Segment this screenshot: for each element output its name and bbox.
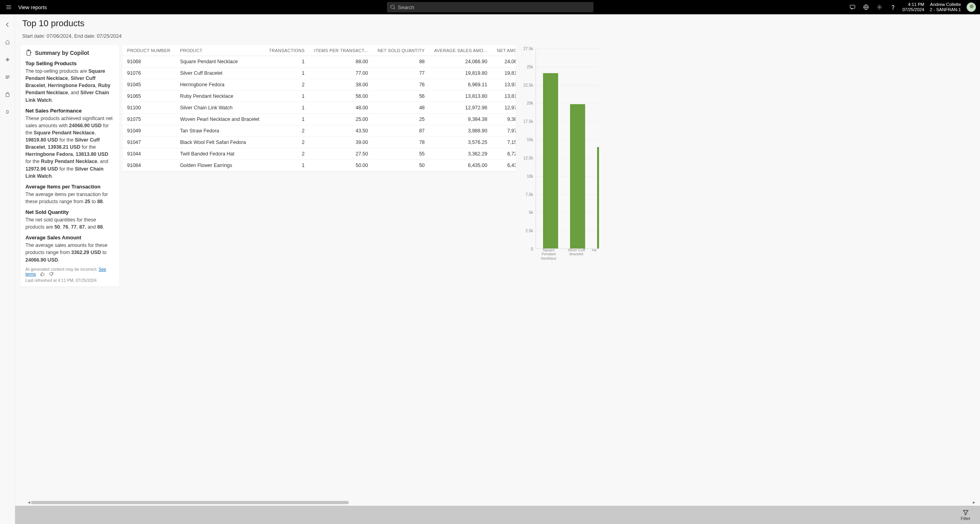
table-cell: 1 [264, 102, 309, 114]
table-cell: 39.00 [309, 137, 373, 148]
products-table: PRODUCT NUMBERPRODUCTTRANSACTIONSITEMS P… [122, 45, 516, 171]
table-cell: 19,819.80 [492, 68, 516, 79]
y-tick-label: 15k [527, 138, 533, 142]
date-range-label: Start date: 07/06/2024, End date: 07/25/… [22, 33, 973, 39]
x-tick-label: Silver Cuff Bracelet [562, 248, 590, 260]
gear-icon [876, 4, 883, 10]
globe-button[interactable] [862, 3, 870, 11]
header-search[interactable] [387, 2, 593, 12]
table-cell: 50 [373, 160, 429, 171]
table-cell: 6,435.00 [429, 160, 492, 171]
table-cell: 1 [264, 91, 309, 102]
svg-point-9 [879, 6, 880, 8]
table-cell: 13,813.80 [492, 91, 516, 102]
y-tick-label: 0 [531, 247, 533, 251]
table-cell: Silver Chain Link Watch [175, 102, 264, 114]
y-tick-label: 20k [527, 101, 533, 105]
user-avatar[interactable] [966, 2, 976, 12]
hamburger-icon [6, 4, 12, 10]
page-header: Top 10 products Start date: 07/06/2024, … [15, 14, 980, 41]
rail-list-button[interactable] [3, 72, 12, 82]
scroll-left-arrow-icon[interactable]: ◄ [27, 500, 31, 505]
chart-bar[interactable] [570, 104, 585, 248]
chat-button[interactable] [849, 3, 856, 11]
rail-copilot-button[interactable] [3, 55, 12, 64]
table-cell: 77 [373, 68, 429, 79]
table-cell: 56 [373, 91, 429, 102]
thumbs-up-icon[interactable] [40, 272, 45, 277]
table-row[interactable]: 91047Black Wool Felt Safari Fedora239.00… [122, 137, 516, 148]
copilot-section-heading: Average Items per Transaction [25, 184, 114, 190]
table-cell: 2 [264, 125, 309, 137]
table-cell: Black Wool Felt Safari Fedora [175, 137, 264, 148]
settings-button[interactable] [876, 3, 883, 11]
table-cell: 24,066.90 [492, 56, 516, 68]
table-cell: 50.00 [309, 160, 373, 171]
arrow-left-icon [4, 21, 11, 28]
table-cell: 9,384.38 [429, 114, 492, 125]
y-tick-label: 12.5k [524, 155, 533, 160]
table-cell: Ruby Pendant Necklace [175, 91, 264, 102]
table-cell: 91068 [122, 56, 175, 68]
table-cell: Herringbone Fedora [175, 79, 264, 91]
table-row[interactable]: 91075Woven Pearl Necklace and Bracelet12… [122, 114, 516, 125]
table-cell: 1 [264, 56, 309, 68]
table-cell: 91047 [122, 137, 175, 148]
table-cell: 48.00 [309, 102, 373, 114]
column-header[interactable]: TRANSACTIONS [264, 45, 309, 56]
table-row[interactable]: 91068Square Pendant Necklace188.008824,0… [122, 56, 516, 68]
table-row[interactable]: 91065Ruby Pendant Necklace156.005613,813… [122, 91, 516, 102]
page-title: Top 10 products [22, 18, 973, 29]
filter-button[interactable]: Filter [961, 509, 970, 521]
table-cell: 3,576.25 [429, 137, 492, 148]
rail-home-button[interactable] [3, 37, 12, 47]
table-cell: 78 [373, 137, 429, 148]
table-cell: 91076 [122, 68, 175, 79]
table-row[interactable]: 91045Herringbone Fedora238.00766,969.111… [122, 79, 516, 91]
table-row[interactable]: 91100Silver Chain Link Watch148.004812,9… [122, 102, 516, 114]
table-cell: 91044 [122, 148, 175, 160]
table-cell: 6,435.00 [492, 160, 516, 171]
list-icon [4, 74, 11, 80]
hamburger-menu-button[interactable] [4, 2, 14, 12]
table-cell: 6,724.58 [492, 148, 516, 160]
y-tick-label: 27.5k [524, 47, 533, 51]
content-row: Summary by Copilot Top Selling Products … [15, 41, 980, 506]
table-cell: 7,977.79 [492, 125, 516, 137]
table-cell: 55 [373, 148, 429, 160]
back-button[interactable] [3, 20, 12, 29]
rail-count-badge[interactable]: 0 [3, 107, 12, 117]
column-header[interactable]: PRODUCT NUMBER [122, 45, 175, 56]
table-row[interactable]: 91044Twill Banded Fedora Hat227.50553,36… [122, 148, 516, 160]
column-header[interactable]: NET SOLD QUANTITY [373, 45, 429, 56]
chart-bar[interactable] [597, 147, 599, 248]
svg-point-10 [893, 9, 893, 9]
search-icon [390, 4, 396, 10]
column-header[interactable]: PRODUCT [175, 45, 264, 56]
clipboard-sparkle-icon [25, 49, 33, 56]
y-tick-label: 5k [529, 210, 533, 215]
column-header[interactable]: ITEMS PER TRANSACT... [309, 45, 373, 56]
chart-y-axis: 02.5k5k7.5k10k12.5k15k17.5k20k22.5k25k27… [520, 49, 535, 249]
search-input[interactable] [398, 4, 590, 10]
header-user: Andrew Collette 2 - SANFRAN-1 [930, 2, 961, 12]
table-cell: 3,988.90 [429, 125, 492, 137]
thumbs-down-icon[interactable] [48, 272, 54, 277]
table-cell: 91084 [122, 160, 175, 171]
rail-bag-button[interactable] [3, 90, 12, 99]
table-cell: 25.00 [309, 114, 373, 125]
horizontal-scrollbar[interactable]: ◄ ► [15, 500, 980, 505]
table-row[interactable]: 91076Silver Cuff Bracelet177.007719,819.… [122, 68, 516, 79]
help-button[interactable] [889, 3, 897, 11]
y-tick-label: 2.5k [526, 229, 533, 233]
table-cell: 1 [264, 160, 309, 171]
x-tick-label: He [590, 248, 598, 260]
column-header[interactable]: NET AMOUNT [492, 45, 516, 56]
column-header[interactable]: AVERAGE SALES AMO... [429, 45, 492, 56]
table-cell: 87 [373, 125, 429, 137]
table-row[interactable]: 91049Tan Straw Fedora243.50873,988.907,9… [122, 125, 516, 137]
table-cell: 91045 [122, 79, 175, 91]
chart-bar[interactable] [543, 73, 558, 248]
scroll-right-arrow-icon[interactable]: ► [972, 500, 976, 505]
table-row[interactable]: 91084Golden Flower Earrings150.00506,435… [122, 160, 516, 171]
